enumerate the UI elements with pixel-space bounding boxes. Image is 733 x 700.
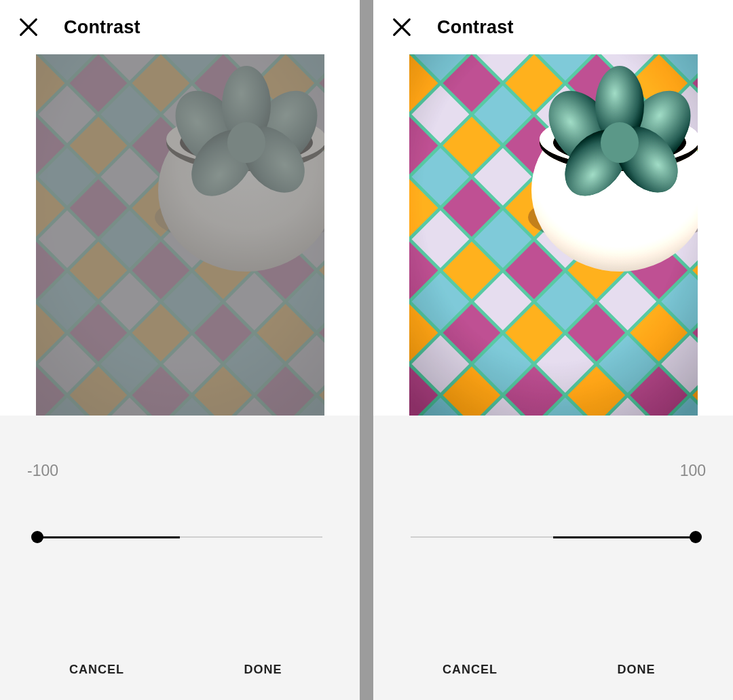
controls-area: -100 CANCEL DONE: [0, 416, 360, 700]
photo-svg: [36, 54, 324, 416]
image-preview-area: [0, 54, 360, 416]
value-row: -100: [0, 416, 360, 497]
header: Contrast: [373, 0, 733, 54]
value-row: 100: [373, 416, 733, 497]
editor-panel-left: Contrast: [0, 0, 360, 700]
controls-area: 100 CANCEL DONE: [373, 416, 733, 700]
svg-point-19: [227, 122, 265, 163]
close-icon: [17, 16, 40, 39]
photo-svg: [409, 54, 698, 416]
image-preview-area: [373, 54, 733, 416]
slider-value: 100: [680, 462, 706, 480]
cancel-button[interactable]: CANCEL: [31, 663, 164, 677]
contrast-slider[interactable]: [0, 497, 360, 578]
contrast-slider[interactable]: [373, 497, 733, 578]
photo-preview: [36, 54, 324, 416]
editor-panel-right: Contrast: [373, 0, 733, 700]
slider-track: [411, 536, 696, 538]
slider-track: [37, 536, 322, 538]
done-button[interactable]: DONE: [570, 663, 703, 677]
cancel-button[interactable]: CANCEL: [404, 663, 537, 677]
slider-track-active: [553, 536, 696, 538]
slider-track-active: [37, 536, 180, 538]
footer: CANCEL DONE: [373, 639, 733, 700]
close-icon: [390, 16, 413, 39]
done-button[interactable]: DONE: [197, 663, 330, 677]
slider-thumb[interactable]: [690, 531, 702, 543]
close-button[interactable]: [387, 12, 417, 42]
slider-value: -100: [27, 462, 58, 480]
photo-preview: [409, 54, 698, 416]
svg-point-39: [601, 122, 639, 163]
screen-title: Contrast: [64, 17, 140, 38]
header: Contrast: [0, 0, 360, 54]
close-button[interactable]: [14, 12, 43, 42]
footer: CANCEL DONE: [0, 639, 360, 700]
slider-thumb[interactable]: [31, 531, 43, 543]
screen-title: Contrast: [437, 17, 514, 38]
